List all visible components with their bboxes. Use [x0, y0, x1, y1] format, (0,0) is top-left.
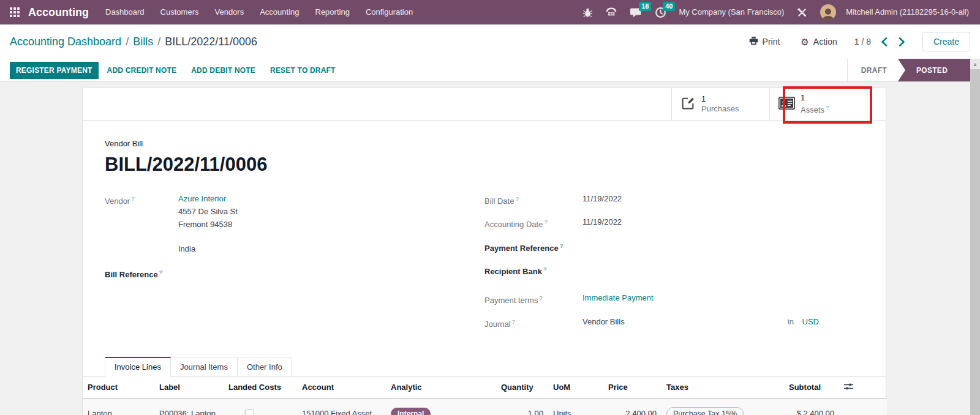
- column-landed-costs: Landed Costs: [224, 376, 297, 398]
- column-label: Label: [154, 376, 224, 398]
- status-bar: REGISTER PAYMENT ADD CREDIT NOTE ADD DEB…: [0, 59, 970, 82]
- activities-count-badge: 40: [663, 2, 675, 11]
- document-name: BILL/2022/11/0006: [105, 154, 864, 176]
- column-taxes: Taxes: [662, 376, 784, 398]
- purchases-smart-button[interactable]: 1 Purchases: [671, 88, 769, 120]
- user-menu[interactable]: Mitchell Admin (21182295-16-0-all): [840, 0, 975, 24]
- cell-subtotal: $ 2,400.00: [784, 398, 839, 415]
- cell-account: 151000 Fixed Asset: [297, 398, 386, 415]
- activities-clock-icon[interactable]: 40: [649, 0, 673, 24]
- payment-terms-link[interactable]: Immediate Payment: [582, 291, 654, 307]
- pager-previous-icon[interactable]: [880, 36, 889, 48]
- print-label: Print: [763, 37, 780, 47]
- messages-icon[interactable]: 18: [624, 0, 649, 24]
- assets-smart-button[interactable]: 1 Assets?: [769, 88, 870, 120]
- column-uom: UoM: [548, 376, 603, 398]
- accounting-date-value: 11/19/2022: [582, 215, 827, 231]
- recipient-bank-field-label: Recipient Bank?: [484, 263, 582, 278]
- cell-label: P00036: Laptop: [154, 398, 224, 415]
- pencil-square-icon: [680, 95, 696, 113]
- column-quantity: Quantity: [496, 376, 548, 398]
- menu-dashboard[interactable]: Dashboard: [97, 0, 153, 24]
- column-account: Account: [297, 376, 386, 398]
- menu-customers[interactable]: Customers: [153, 0, 207, 24]
- breadcrumb-current: BILL/2022/11/0006: [165, 36, 257, 48]
- debug-bug-icon[interactable]: [576, 0, 599, 24]
- tax-pill: Purchase Tax 15%: [666, 407, 744, 415]
- menu-configuration[interactable]: Configuration: [358, 0, 421, 24]
- breadcrumb-separator: /: [121, 36, 133, 48]
- user-avatar[interactable]: [820, 4, 836, 20]
- accounting-date-field-label: Accounting Date?: [484, 215, 582, 231]
- invoice-line-row[interactable]: Laptop P00036: Laptop 151000 Fixed Asset…: [83, 398, 887, 415]
- form-sheet: 1 Purchases 1 Assets? Vendor Bill BILL/2…: [82, 88, 886, 415]
- tab-invoice-lines[interactable]: Invoice Lines: [105, 357, 171, 377]
- vendor-address-line1: 4557 De Silva St: [178, 205, 238, 218]
- journal-currency-link[interactable]: USD: [802, 317, 819, 326]
- notebook-tabs: Invoice Lines Journal Items Other Info: [105, 357, 864, 377]
- assets-count: 1: [801, 93, 829, 103]
- add-debit-note-button[interactable]: ADD DEBIT NOTE: [185, 62, 262, 79]
- stage-posted[interactable]: POSTED: [898, 59, 970, 81]
- breadcrumb-accounting-dashboard[interactable]: Accounting Dashboard: [10, 36, 121, 48]
- journal-in-word: in: [788, 317, 794, 326]
- invoice-lines-table: Product Label Landed Costs Account Analy…: [83, 376, 887, 415]
- purchases-label: Purchases: [701, 104, 739, 114]
- breadcrumb-separator: /: [153, 36, 165, 48]
- cell-product: Laptop: [83, 398, 154, 415]
- menu-reporting[interactable]: Reporting: [307, 0, 358, 24]
- vendor-address-line2: Fremont 94538: [178, 218, 238, 231]
- add-credit-note-button[interactable]: ADD CREDIT NOTE: [101, 62, 183, 79]
- bill-reference-value[interactable]: [178, 266, 484, 281]
- apps-menu-icon[interactable]: [6, 4, 23, 21]
- top-navbar: Accounting Dashboard Customers Vendors A…: [0, 0, 980, 24]
- cell-uom: Units: [548, 398, 603, 415]
- stage-draft[interactable]: DRAFT: [848, 59, 898, 81]
- vendor-link[interactable]: Azure Interior: [178, 194, 226, 203]
- voip-phone-icon[interactable]: [599, 0, 624, 24]
- payment-reference-field-label: Payment Reference?: [484, 239, 582, 255]
- journal-field-label: Journal?: [484, 315, 582, 331]
- menu-vendors[interactable]: Vendors: [206, 0, 252, 24]
- recipient-bank-value[interactable]: [582, 263, 827, 278]
- print-button[interactable]: Print: [745, 36, 784, 48]
- journal-value: Vendor Bills: [582, 315, 625, 331]
- column-product: Product: [83, 376, 154, 398]
- cell-price: 2,400.00: [603, 398, 662, 415]
- invoice-lines-header-row: Product Label Landed Costs Account Analy…: [83, 376, 887, 398]
- breadcrumb: Accounting Dashboard/Bills/BILL/2022/11/…: [10, 36, 257, 48]
- app-name[interactable]: Accounting: [23, 6, 97, 19]
- pager-next-icon[interactable]: [897, 36, 907, 48]
- company-switcher[interactable]: My Company (San Francisco): [673, 0, 790, 24]
- payment-reference-value[interactable]: [582, 239, 827, 255]
- content-area: 1 Purchases 1 Assets? Vendor Bill BILL/2…: [0, 82, 970, 415]
- pager-value: 1 / 8: [854, 37, 871, 47]
- control-panel: Accounting Dashboard/Bills/BILL/2022/11/…: [0, 24, 980, 59]
- smart-buttons-row: 1 Purchases 1 Assets?: [83, 88, 886, 121]
- column-subtotal: Subtotal: [784, 376, 839, 398]
- gear-icon: ⚙: [801, 37, 809, 47]
- vendor-country: India: [178, 242, 238, 255]
- main-menu: Dashboard Customers Vendors Accounting R…: [97, 0, 421, 24]
- breadcrumb-bills[interactable]: Bills: [133, 36, 153, 48]
- document-type-label: Vendor Bill: [105, 139, 864, 148]
- reset-to-draft-button[interactable]: RESET TO DRAFT: [264, 62, 342, 79]
- address-card-icon: [778, 97, 795, 112]
- column-price: Price: [603, 376, 662, 398]
- record-pager: 1 / 8: [854, 36, 907, 48]
- tab-other-info[interactable]: Other Info: [238, 357, 292, 377]
- optional-columns-icon[interactable]: [839, 376, 887, 398]
- action-label: Action: [813, 37, 837, 47]
- landed-costs-checkbox[interactable]: [245, 409, 254, 415]
- tools-icon[interactable]: [790, 0, 814, 24]
- scrollbar-up-arrow[interactable]: ▲: [970, 59, 980, 69]
- action-button[interactable]: ⚙ Action: [797, 36, 840, 47]
- bill-date-value: 11/19/2022: [582, 192, 827, 208]
- analytic-badge: Internal: [391, 408, 431, 415]
- scrollbar-thumb[interactable]: [970, 69, 980, 415]
- create-button[interactable]: Create: [922, 32, 970, 51]
- tab-journal-items[interactable]: Journal Items: [171, 357, 238, 377]
- cell-quantity: 1.00: [496, 398, 548, 415]
- menu-accounting[interactable]: Accounting: [252, 0, 307, 24]
- register-payment-button[interactable]: REGISTER PAYMENT: [10, 62, 99, 79]
